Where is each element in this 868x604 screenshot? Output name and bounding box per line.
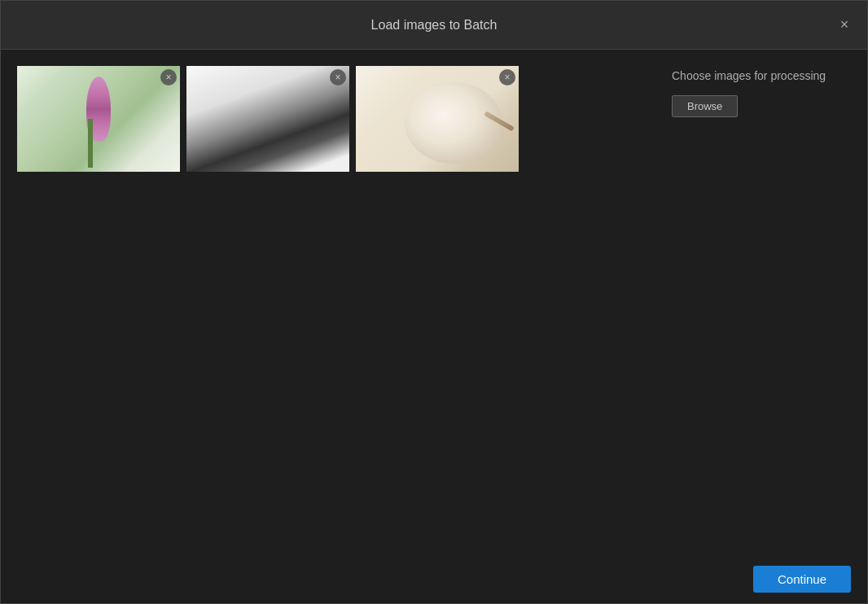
list-item: × — [17, 66, 180, 172]
continue-button[interactable]: Continue — [753, 566, 851, 593]
sidebar: Choose images for processing Browse — [672, 66, 851, 538]
dialog-title: Load images to Batch — [371, 18, 498, 33]
thumbnail-image — [17, 66, 180, 172]
browse-button[interactable]: Browse — [672, 95, 738, 117]
list-item: × — [186, 66, 349, 172]
dialog-body: × × × Choose images for processing Brows… — [1, 50, 867, 554]
list-item: × — [356, 66, 519, 172]
remove-image-button[interactable]: × — [160, 69, 177, 85]
dialog-footer: Continue — [1, 554, 867, 603]
dialog-header: Load images to Batch × — [1, 1, 867, 50]
choose-images-label: Choose images for processing — [672, 69, 851, 82]
remove-image-button[interactable]: × — [330, 69, 346, 85]
remove-image-button[interactable]: × — [499, 69, 515, 85]
thumbnails-row: × × × — [17, 66, 639, 172]
thumbnail-image — [186, 66, 349, 172]
thumbnail-image — [356, 66, 519, 172]
close-button[interactable]: × — [835, 15, 854, 35]
load-images-dialog: Load images to Batch × × × × — [0, 0, 868, 604]
images-area: × × × — [17, 66, 639, 538]
